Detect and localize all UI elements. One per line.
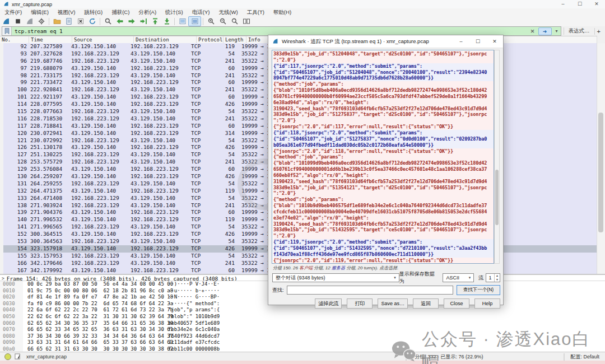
zoom-out-icon[interactable] bbox=[217, 17, 229, 26]
expression-button[interactable]: 表达式… bbox=[564, 27, 594, 35]
minimize-button[interactable]: – bbox=[555, 0, 571, 8]
go-bottom-icon[interactable] bbox=[161, 17, 173, 26]
spin-down-icon[interactable]: ▼ bbox=[495, 278, 500, 282]
stream-number-stepper[interactable]: 1 ▲▼ bbox=[486, 273, 500, 282]
stream-scrollbar-thumb[interactable] bbox=[495, 170, 499, 225]
cell-src: 43.129.150.140 bbox=[71, 144, 131, 151]
save-as-button[interactable]: Save as… bbox=[378, 298, 408, 309]
cell-dst: 43.129.150.140 bbox=[131, 58, 191, 65]
filter-apply-icon[interactable]: ➜ bbox=[538, 27, 552, 35]
hex-bytes: fa f0 c9 86 00 00 7b 22 6d 65 74 68 6f 6… bbox=[23, 301, 173, 307]
hex-row[interactable]: 006062 65 62 34 30 36 35 37 35 64 66 31 … bbox=[0, 320, 605, 327]
filter-dropdown-icon[interactable]: ▾ bbox=[553, 29, 561, 34]
help-button[interactable]: Help bbox=[474, 298, 500, 309]
cell-dst: 192.168.223.129 bbox=[131, 130, 191, 137]
go-top-icon[interactable] bbox=[149, 17, 161, 26]
go-forward-icon[interactable] bbox=[125, 17, 137, 26]
dialog-close-button[interactable]: ✕ bbox=[486, 35, 503, 48]
expert-info-icon[interactable] bbox=[4, 353, 11, 360]
cell-time: 323.157918 bbox=[30, 245, 71, 253]
stream-line-client: 383d9e15b","job_id":"51275837","target":… bbox=[273, 111, 494, 118]
cell-no: 138 bbox=[3, 202, 30, 209]
cell-time: 207.327628 bbox=[30, 50, 71, 58]
scrollbar-thumb[interactable] bbox=[598, 113, 603, 232]
hex-row[interactable]: 005022 62 6c 6f 62 22 3a 22 31 30 31 30 … bbox=[0, 314, 605, 320]
hex-ascii: ··)····P V·J4··E· bbox=[168, 281, 220, 288]
cell-time: 230.072941 bbox=[30, 130, 71, 137]
filter-bookmark-icon[interactable] bbox=[2, 27, 12, 35]
menu-item[interactable]: 帮助(H) bbox=[269, 8, 296, 16]
colorize-packets-icon[interactable] bbox=[176, 17, 188, 26]
menu-item[interactable]: 无线(W) bbox=[214, 8, 242, 16]
hex-offset: 0050 bbox=[0, 314, 23, 320]
cell-proto: TCP bbox=[191, 166, 216, 173]
zoom-in-icon[interactable] bbox=[205, 17, 217, 26]
menu-item[interactable]: 文件(F) bbox=[0, 8, 26, 16]
cell-len: 241 bbox=[216, 158, 236, 166]
dialog-maximize-button[interactable]: ☐ bbox=[469, 35, 486, 48]
cell-no: 132 bbox=[3, 188, 30, 195]
hex-offset: 0040 bbox=[0, 307, 23, 314]
back-button[interactable]: 返回 bbox=[413, 298, 439, 309]
close-button[interactable]: ✕ bbox=[588, 0, 605, 8]
capture-comment-icon[interactable] bbox=[15, 353, 21, 361]
menu-item[interactable]: 跳转(G) bbox=[80, 8, 107, 16]
cell-dst: 43.129.150.140 bbox=[131, 115, 191, 123]
go-to-packet-icon[interactable] bbox=[137, 17, 149, 26]
stream-content[interactable]: 383d9e15b","job_id":"51204048","target":… bbox=[272, 50, 494, 264]
hex-bytes: 37 36 34 30 66 39 32 33 34 34 64 36 64 6… bbox=[23, 333, 173, 340]
hex-offset: 0030 bbox=[0, 301, 23, 307]
go-back-icon[interactable] bbox=[114, 17, 125, 26]
cell-src: 192.168.223.129 bbox=[71, 253, 131, 260]
menu-item[interactable]: 编辑(E) bbox=[26, 8, 53, 16]
menu-item[interactable]: 视图(V) bbox=[53, 8, 80, 16]
stream-line-server: {"id":119,"jsonrpc":"2.0","method":"subm… bbox=[273, 239, 494, 245]
maximize-button[interactable]: ☐ bbox=[571, 0, 588, 8]
open-file-icon[interactable] bbox=[51, 17, 63, 26]
filter-add-button[interactable]: + bbox=[594, 28, 605, 35]
filter-out-stream-button[interactable]: 滤掉此流 bbox=[315, 298, 342, 309]
stream-line-server: b05ea361e677d94fbedf11dad030dc05b2c0172b… bbox=[273, 142, 494, 148]
menu-item[interactable]: 统计(S) bbox=[161, 8, 188, 16]
save-file-icon[interactable] bbox=[63, 17, 75, 26]
cell-proto: TCP bbox=[191, 223, 216, 231]
find-input[interactable] bbox=[287, 286, 453, 295]
auto-scroll-icon[interactable] bbox=[188, 16, 201, 26]
start-capture-icon[interactable] bbox=[0, 17, 12, 26]
stop-capture-icon[interactable] bbox=[12, 17, 24, 26]
cell-proto: TCP bbox=[191, 43, 216, 50]
stream-scrollbar[interactable] bbox=[494, 50, 500, 264]
cell-time: 207.327589 bbox=[30, 43, 71, 50]
menu-item[interactable]: 工具(T) bbox=[243, 8, 269, 16]
format-select[interactable]: ASCII▾ bbox=[443, 273, 474, 282]
spin-up-icon[interactable]: ▲ bbox=[495, 274, 500, 278]
packet-list-scrollbar[interactable] bbox=[597, 43, 605, 274]
cell-src: 43.129.150.140 bbox=[71, 216, 131, 223]
resize-columns-icon[interactable] bbox=[240, 17, 252, 26]
reload-file-icon[interactable] bbox=[86, 17, 98, 26]
cell-no: 93 bbox=[3, 50, 30, 58]
close-dialog-button[interactable]: Close bbox=[444, 298, 469, 309]
hex-offset: 0020 bbox=[0, 294, 23, 301]
stream-line-client: {"method":"job","params": bbox=[273, 81, 494, 87]
menu-item[interactable]: 捕获(C) bbox=[107, 8, 134, 16]
filter-clear-icon[interactable]: ✕ bbox=[528, 29, 537, 34]
capture-options-icon[interactable] bbox=[35, 17, 47, 26]
menu-item[interactable]: 电话(Y) bbox=[188, 8, 215, 16]
restart-capture-icon[interactable] bbox=[24, 17, 35, 26]
dialog-minimize-button[interactable]: – bbox=[453, 35, 469, 48]
filter-text[interactable]: tcp.stream eq 1 bbox=[12, 28, 528, 34]
cell-proto: TCP bbox=[191, 180, 216, 188]
hex-ascii: ··N····· G····BP· bbox=[168, 294, 220, 301]
cell-src: 192.168.223.129 bbox=[71, 260, 131, 267]
conversation-select[interactable]: 整个对话 (9348 bytes)▾ bbox=[272, 273, 399, 282]
close-file-icon[interactable] bbox=[75, 17, 86, 26]
cell-no: 120 bbox=[3, 130, 30, 137]
find-next-button[interactable]: 查找下一个(N) bbox=[457, 285, 500, 295]
stream-line-client: 3190423,"seed_hash":"78f693103d64fb6cfb5… bbox=[273, 179, 494, 185]
print-button[interactable]: 打印 bbox=[347, 298, 373, 309]
find-packet-icon[interactable] bbox=[102, 17, 114, 26]
menu-item[interactable]: 分析(A) bbox=[134, 8, 161, 16]
zoom-original-icon[interactable] bbox=[229, 17, 240, 26]
cell-proto: TCP bbox=[191, 231, 216, 238]
